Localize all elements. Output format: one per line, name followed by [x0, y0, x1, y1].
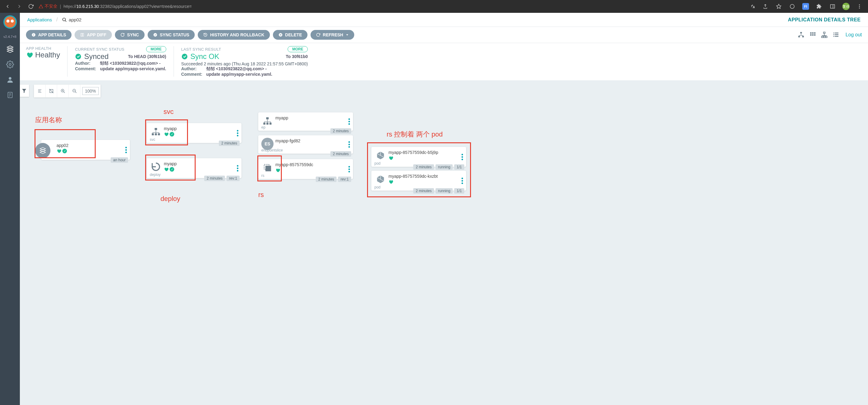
svg-marker-26 — [346, 34, 348, 35]
chevron-down-icon — [346, 33, 349, 36]
app-diff-button[interactable]: APP DIFF — [74, 30, 112, 40]
svg-rect-44 — [833, 36, 834, 37]
heart-icon — [275, 168, 280, 173]
svg-rect-39 — [825, 36, 827, 38]
app-details-button[interactable]: i APP DETAILS — [26, 30, 71, 40]
node-svc[interactable]: svc myapp ✓ 2 minutes — [147, 123, 242, 143]
node-menu-icon[interactable] — [348, 119, 350, 125]
status-last-sync: LAST SYNC RESULT MORE Sync OK To 30f61b0… — [181, 46, 315, 77]
node-app-root[interactable]: app02 ✓ an hour — [41, 140, 130, 160]
node-endpointslice[interactable]: ES endpointslice myapp-fgd82 2 minutes — [258, 135, 353, 154]
svg-rect-66 — [155, 133, 157, 135]
pod-icon — [374, 149, 386, 162]
heart-icon — [164, 167, 168, 172]
tree-canvas[interactable]: 100% app02 ✓ — [20, 80, 868, 405]
annotation-appname: 应用名称 — [35, 115, 62, 125]
svg-marker-0 — [777, 4, 781, 8]
breadcrumb-root[interactable]: Applications — [27, 17, 52, 22]
svg-point-10 — [9, 64, 11, 66]
svg-rect-71 — [270, 123, 272, 125]
sidebar: v2.4.7+8 — [0, 13, 20, 405]
node-ep[interactable]: ep myapp 2 minutes — [258, 112, 353, 131]
url-bar[interactable]: 不安全 | https://10.6.215.30:32382/applicat… — [38, 4, 192, 9]
svg-point-22 — [153, 33, 157, 37]
stack-icon — [35, 143, 51, 158]
status-row: APP HEALTH Healthy CURRENT SYNC STATUS M… — [20, 43, 868, 80]
kebab-icon[interactable] — [855, 2, 864, 11]
panel-icon[interactable] — [828, 2, 837, 11]
logout-link[interactable]: Log out — [846, 32, 862, 38]
sidebar-apps-icon[interactable] — [5, 44, 15, 54]
refresh-button[interactable]: REFRESH — [311, 30, 354, 40]
zoom-pct[interactable]: 100% — [82, 87, 99, 95]
share-icon[interactable] — [761, 2, 770, 11]
zoom-in-icon[interactable] — [57, 85, 69, 97]
more-button[interactable]: MORE — [146, 46, 166, 52]
replicaset-icon — [261, 162, 274, 174]
node-deploy[interactable]: deploy myapp ✓ 2 minutesrev:1 — [147, 158, 242, 178]
svg-point-47 — [182, 54, 187, 59]
heart-icon — [389, 156, 393, 160]
svg-rect-64 — [155, 128, 157, 130]
forward-icon[interactable] — [15, 2, 23, 10]
node-menu-icon[interactable] — [125, 146, 127, 153]
svg-rect-30 — [810, 32, 811, 34]
node-menu-icon[interactable] — [348, 141, 350, 148]
view-tree-icon[interactable] — [797, 31, 805, 39]
sidebar-docs-icon[interactable] — [5, 91, 15, 100]
node-menu-icon[interactable] — [237, 130, 238, 136]
sync-status-button[interactable]: SYNC STATUS — [148, 30, 195, 40]
breadcrumb: Applications / app02 APPLICATION DETAILS… — [20, 13, 868, 27]
back-icon[interactable] — [4, 2, 11, 10]
svg-rect-32 — [814, 32, 815, 34]
info-icon: i — [31, 33, 36, 37]
filter-icon[interactable] — [20, 85, 29, 97]
check-icon: ✓ — [169, 132, 174, 137]
avatar[interactable]: 复佳 — [841, 2, 851, 11]
sidebar-user-icon[interactable] — [5, 75, 15, 84]
version-text: v2.4.7+8 — [3, 35, 17, 38]
svg-rect-45 — [835, 36, 838, 37]
node-menu-icon[interactable] — [237, 165, 238, 171]
svg-rect-37 — [821, 36, 823, 38]
svg-rect-33 — [810, 34, 811, 36]
node-menu-icon[interactable] — [348, 166, 350, 172]
pod-icon — [374, 173, 386, 185]
refresh-icon[interactable] — [27, 2, 35, 10]
svg-rect-28 — [798, 36, 800, 38]
sidebar-settings-icon[interactable] — [5, 60, 15, 69]
svg-rect-36 — [824, 32, 825, 34]
more-button-2[interactable]: MORE — [288, 46, 308, 52]
deploy-icon — [150, 161, 162, 173]
node-pod-2[interactable]: pod myapp-85757559dc-kxzbt 2 minutesrunn… — [371, 171, 466, 191]
check-icon — [153, 33, 157, 37]
heart-icon — [164, 132, 168, 137]
view-grid-icon[interactable] — [808, 31, 817, 39]
node-pod-1[interactable]: pod myapp-85757559dc-b5j9p 2 minutesrunn… — [371, 147, 466, 167]
node-menu-icon[interactable] — [462, 177, 463, 184]
sync-button[interactable]: SYNC — [115, 30, 145, 40]
svg-point-11 — [8, 77, 11, 80]
svg-rect-29 — [802, 36, 804, 38]
history-button[interactable]: HISTORY AND ROLLBACK — [198, 30, 270, 40]
node-menu-icon[interactable] — [462, 154, 463, 160]
translate-icon[interactable] — [747, 2, 757, 11]
svg-rect-34 — [812, 34, 814, 36]
breadcrumb-current[interactable]: app02 — [62, 17, 82, 22]
logo-icon[interactable] — [3, 15, 17, 29]
extension-fi-icon[interactable]: FI — [801, 2, 810, 11]
puzzle-icon[interactable] — [814, 2, 824, 11]
node-rs[interactable]: rs myapp-85757559dc 2 minutesrev:1 — [258, 159, 353, 179]
fit-icon[interactable] — [45, 85, 57, 97]
delete-button[interactable]: DELETE — [273, 30, 307, 40]
align-icon[interactable] — [34, 85, 45, 97]
insecure-badge: 不安全 — [38, 4, 58, 9]
circle-icon[interactable] — [787, 2, 797, 11]
svg-text:i: i — [33, 34, 34, 36]
star-icon[interactable] — [774, 2, 784, 11]
view-list-icon[interactable] — [832, 31, 840, 39]
svg-rect-40 — [833, 33, 834, 34]
view-network-icon[interactable] — [820, 31, 829, 39]
svg-rect-65 — [152, 133, 154, 135]
zoom-out-icon[interactable] — [69, 85, 81, 97]
